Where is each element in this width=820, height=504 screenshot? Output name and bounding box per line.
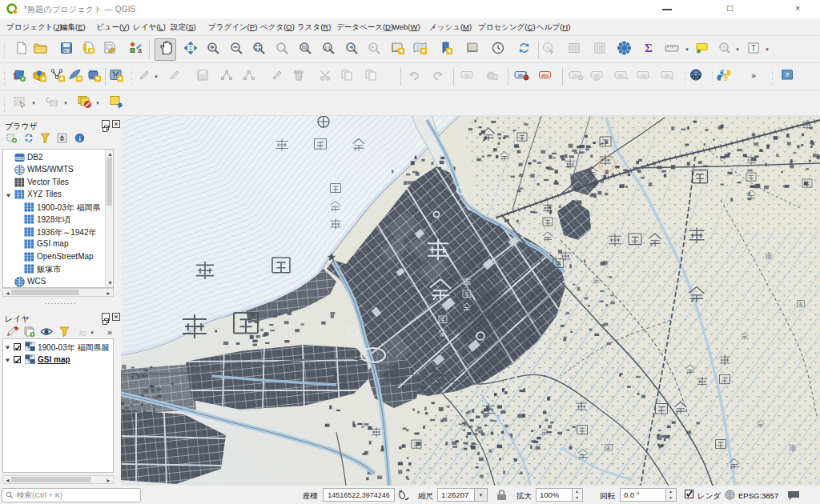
svg-text:T: T: [751, 44, 756, 53]
svg-text:DB2: DB2: [15, 156, 24, 161]
svg-text:i: i: [547, 44, 549, 51]
svg-text:Σ: Σ: [645, 42, 653, 54]
svg-text:?: ?: [786, 71, 790, 78]
svg-text:ab: ab: [518, 73, 524, 78]
svg-text:a: a: [138, 46, 142, 54]
svg-text:ab: ab: [573, 73, 578, 78]
svg-text:ab: ab: [464, 73, 470, 78]
svg-text:1:1: 1:1: [324, 45, 331, 50]
svg-text:ab: ab: [594, 73, 600, 78]
svg-text:abc: abc: [541, 73, 549, 78]
svg-text:ab: ab: [665, 73, 670, 78]
svg-text:ab: ab: [618, 73, 624, 78]
